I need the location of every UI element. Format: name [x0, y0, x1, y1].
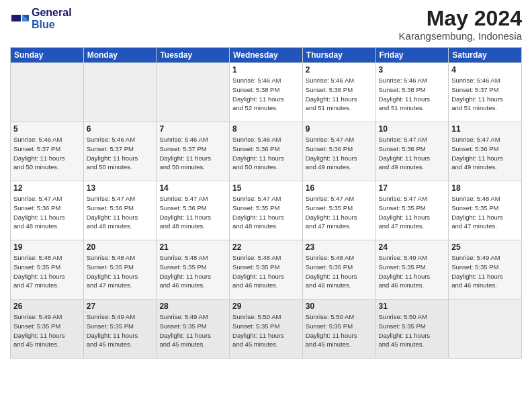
calendar-cell: 23Sunrise: 5:48 AM Sunset: 5:35 PM Dayli…: [302, 240, 375, 300]
day-info: Sunrise: 5:49 AM Sunset: 5:35 PM Dayligh…: [159, 312, 226, 349]
calendar-cell: 30Sunrise: 5:50 AM Sunset: 5:35 PM Dayli…: [302, 300, 375, 359]
calendar-cell: 21Sunrise: 5:48 AM Sunset: 5:35 PM Dayli…: [157, 240, 230, 300]
month-title: May 2024: [399, 7, 522, 30]
day-number: 27: [87, 302, 154, 311]
calendar-cell: 28Sunrise: 5:49 AM Sunset: 5:35 PM Dayli…: [157, 300, 230, 359]
calendar-cell: [11, 63, 84, 122]
day-info: Sunrise: 5:49 AM Sunset: 5:35 PM Dayligh…: [451, 253, 519, 290]
weekday-header-saturday: Saturday: [449, 48, 522, 63]
day-number: 29: [232, 302, 300, 311]
day-info: Sunrise: 5:47 AM Sunset: 5:36 PM Dayligh…: [159, 194, 226, 231]
day-info: Sunrise: 5:48 AM Sunset: 5:35 PM Dayligh…: [13, 253, 81, 290]
logo-icon: [10, 12, 30, 28]
day-number: 5: [13, 124, 81, 134]
calendar-cell: 20Sunrise: 5:48 AM Sunset: 5:35 PM Dayli…: [83, 240, 157, 300]
day-number: 21: [159, 242, 226, 252]
location-title: Karangsembung, Indonesia: [399, 30, 522, 42]
calendar-cell: 22Sunrise: 5:48 AM Sunset: 5:35 PM Dayli…: [230, 240, 303, 300]
week-row-4: 19Sunrise: 5:48 AM Sunset: 5:35 PM Dayli…: [11, 240, 522, 300]
day-info: Sunrise: 5:48 AM Sunset: 5:35 PM Dayligh…: [451, 194, 519, 231]
calendar-cell: 7Sunrise: 5:46 AM Sunset: 5:37 PM Daylig…: [157, 122, 230, 181]
day-info: Sunrise: 5:46 AM Sunset: 5:38 PM Dayligh…: [232, 76, 300, 113]
day-number: 28: [159, 302, 226, 311]
day-number: 25: [451, 242, 519, 252]
calendar-cell: 5Sunrise: 5:46 AM Sunset: 5:37 PM Daylig…: [11, 122, 84, 181]
day-number: 12: [13, 183, 81, 193]
day-info: Sunrise: 5:47 AM Sunset: 5:36 PM Dayligh…: [379, 135, 446, 172]
day-info: Sunrise: 5:46 AM Sunset: 5:37 PM Dayligh…: [87, 135, 154, 172]
weekday-header-monday: Monday: [83, 48, 157, 63]
calendar-cell: 29Sunrise: 5:50 AM Sunset: 5:35 PM Dayli…: [230, 300, 303, 359]
day-number: 20: [87, 242, 154, 252]
calendar-cell: 11Sunrise: 5:47 AM Sunset: 5:36 PM Dayli…: [449, 122, 522, 181]
day-number: 24: [379, 242, 446, 252]
day-number: 15: [232, 183, 300, 193]
day-number: 9: [306, 124, 373, 134]
calendar-cell: 8Sunrise: 5:46 AM Sunset: 5:36 PM Daylig…: [230, 122, 303, 181]
day-info: Sunrise: 5:49 AM Sunset: 5:35 PM Dayligh…: [379, 253, 446, 290]
calendar-cell: [157, 63, 230, 122]
calendar-cell: 3Sunrise: 5:46 AM Sunset: 5:38 PM Daylig…: [375, 63, 449, 122]
calendar-cell: 6Sunrise: 5:46 AM Sunset: 5:37 PM Daylig…: [83, 122, 157, 181]
day-number: 19: [13, 242, 81, 252]
weekday-header-thursday: Thursday: [302, 48, 375, 63]
day-number: 23: [306, 242, 373, 252]
weekday-header-friday: Friday: [375, 48, 449, 63]
calendar-cell: 1Sunrise: 5:46 AM Sunset: 5:38 PM Daylig…: [230, 63, 303, 122]
calendar-cell: 4Sunrise: 5:46 AM Sunset: 5:37 PM Daylig…: [449, 63, 522, 122]
day-number: 13: [87, 183, 154, 193]
calendar-table: SundayMondayTuesdayWednesdayThursdayFrid…: [10, 47, 522, 359]
weekday-header-wednesday: Wednesday: [230, 48, 303, 63]
week-row-5: 26Sunrise: 5:49 AM Sunset: 5:35 PM Dayli…: [11, 300, 522, 359]
logo: General Blue: [10, 7, 72, 31]
day-number: 30: [306, 302, 373, 311]
calendar-cell: [83, 63, 157, 122]
day-info: Sunrise: 5:46 AM Sunset: 5:37 PM Dayligh…: [451, 76, 519, 113]
weekday-header-tuesday: Tuesday: [157, 48, 230, 63]
day-number: 14: [159, 183, 226, 193]
day-number: 22: [232, 242, 300, 252]
week-row-1: 1Sunrise: 5:46 AM Sunset: 5:38 PM Daylig…: [11, 63, 522, 122]
day-info: Sunrise: 5:50 AM Sunset: 5:35 PM Dayligh…: [232, 312, 300, 349]
day-number: 3: [379, 65, 446, 75]
day-number: 4: [451, 65, 519, 75]
day-number: 2: [306, 65, 373, 75]
day-info: Sunrise: 5:48 AM Sunset: 5:35 PM Dayligh…: [87, 253, 154, 290]
day-info: Sunrise: 5:46 AM Sunset: 5:37 PM Dayligh…: [159, 135, 226, 172]
weekday-header-sunday: Sunday: [11, 48, 84, 63]
day-info: Sunrise: 5:46 AM Sunset: 5:36 PM Dayligh…: [232, 135, 300, 172]
day-info: Sunrise: 5:50 AM Sunset: 5:35 PM Dayligh…: [306, 312, 373, 349]
calendar-cell: 9Sunrise: 5:47 AM Sunset: 5:36 PM Daylig…: [302, 122, 375, 181]
weekday-header-row: SundayMondayTuesdayWednesdayThursdayFrid…: [11, 48, 522, 63]
logo-text: General Blue: [32, 7, 72, 31]
week-row-3: 12Sunrise: 5:47 AM Sunset: 5:36 PM Dayli…: [11, 181, 522, 240]
title-area: May 2024 Karangsembung, Indonesia: [399, 7, 522, 42]
calendar-cell: 18Sunrise: 5:48 AM Sunset: 5:35 PM Dayli…: [449, 181, 522, 240]
day-number: 17: [379, 183, 446, 193]
calendar-cell: 10Sunrise: 5:47 AM Sunset: 5:36 PM Dayli…: [375, 122, 449, 181]
day-info: Sunrise: 5:47 AM Sunset: 5:36 PM Dayligh…: [451, 135, 519, 172]
calendar-cell: 16Sunrise: 5:47 AM Sunset: 5:35 PM Dayli…: [302, 181, 375, 240]
calendar-cell: 26Sunrise: 5:49 AM Sunset: 5:35 PM Dayli…: [11, 300, 84, 359]
day-info: Sunrise: 5:48 AM Sunset: 5:35 PM Dayligh…: [232, 253, 300, 290]
week-row-2: 5Sunrise: 5:46 AM Sunset: 5:37 PM Daylig…: [11, 122, 522, 181]
day-info: Sunrise: 5:47 AM Sunset: 5:36 PM Dayligh…: [306, 135, 373, 172]
calendar-cell: [449, 300, 522, 359]
calendar-cell: 14Sunrise: 5:47 AM Sunset: 5:36 PM Dayli…: [157, 181, 230, 240]
day-number: 11: [451, 124, 519, 134]
day-info: Sunrise: 5:46 AM Sunset: 5:38 PM Dayligh…: [379, 76, 446, 113]
calendar-cell: 24Sunrise: 5:49 AM Sunset: 5:35 PM Dayli…: [375, 240, 449, 300]
day-info: Sunrise: 5:46 AM Sunset: 5:37 PM Dayligh…: [13, 135, 81, 172]
calendar-cell: 15Sunrise: 5:47 AM Sunset: 5:35 PM Dayli…: [230, 181, 303, 240]
header: General Blue May 2024 Karangsembung, Ind…: [10, 7, 522, 42]
calendar-cell: 2Sunrise: 5:46 AM Sunset: 5:38 PM Daylig…: [302, 63, 375, 122]
day-info: Sunrise: 5:47 AM Sunset: 5:36 PM Dayligh…: [13, 194, 81, 231]
day-number: 31: [379, 302, 446, 311]
day-number: 18: [451, 183, 519, 193]
calendar-cell: 17Sunrise: 5:47 AM Sunset: 5:35 PM Dayli…: [375, 181, 449, 240]
svg-rect-2: [11, 15, 21, 21]
day-number: 26: [13, 302, 81, 311]
day-info: Sunrise: 5:46 AM Sunset: 5:38 PM Dayligh…: [306, 76, 373, 113]
calendar-cell: 19Sunrise: 5:48 AM Sunset: 5:35 PM Dayli…: [11, 240, 84, 300]
day-number: 1: [232, 65, 300, 75]
